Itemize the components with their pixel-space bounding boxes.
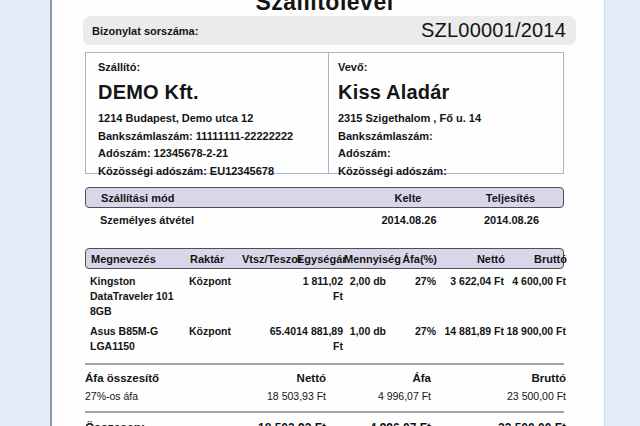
shipping-fulfillment-header: Teljesítés [458, 192, 563, 204]
items-header-row: Megnevezés Raktár Vtsz/Teszor Egységár M… [85, 248, 564, 269]
item-vat: 27% [386, 274, 436, 319]
shipping-mode-value: Személyes átvétel [85, 214, 359, 226]
vat-row-vat: 4 996,07 Ft [326, 390, 431, 402]
vat-summary-label-header: Áfa összesítő [85, 372, 211, 384]
buyer-section: Vevő: Kiss Aladár 2315 Szigethalom , Fő … [329, 53, 563, 173]
shipping-value-row: Személyes átvétel 2014.08.26 2014.08.26 [85, 214, 564, 226]
shipping-header-row: Szállítási mód Kelte Teljesítés [85, 187, 564, 208]
page-title-clip: Szállítólevél [85, 0, 564, 12]
shipping-date-header: Kelte [358, 192, 458, 204]
total-gross: 23 500,00 Ft [431, 421, 566, 426]
item-net: 3 622,04 Ft [436, 274, 504, 319]
document-number-value: SZL00001/2014 [421, 19, 566, 42]
shipping-mode-header: Szállítási mód [86, 192, 358, 204]
vat-summary-gross-header: Bruttó [431, 372, 566, 384]
item-net: 14 881,89 Ft [436, 324, 504, 354]
total-row: Összesen: 18 503,93 Ft 4 996,07 Ft 23 50… [85, 421, 564, 426]
item-quantity: 2,00 db [343, 274, 386, 319]
supplier-address: 1214 Budapest, Demo utca 12 [98, 110, 318, 128]
item-name: Asus B85M-G LGA1150 [85, 324, 189, 354]
supplier-eu-tax-number: Közösségi adószám: EU12345678 [98, 163, 318, 181]
item-gross: 4 600,00 Ft [504, 274, 566, 319]
parties-box: Szállító: DEMO Kft. 1214 Budapest, Demo … [85, 52, 564, 174]
vat-summary-header: Áfa összesítő Nettó Áfa Bruttó [85, 372, 564, 384]
item-unit-price: 14 881,89 Ft [296, 324, 343, 354]
total-divider [85, 411, 564, 413]
item-vtsz [241, 274, 296, 319]
vat-row-net: 18 503,93 Ft [211, 390, 326, 402]
table-row: Asus B85M-G LGA1150 Központ 65.40 14 881… [85, 324, 564, 354]
document-number-bar: Bizonylat sorszáma: SZL00001/2014 [83, 16, 576, 45]
supplier-details: 1214 Budapest, Demo utca 12 Bankszámlasz… [98, 110, 318, 180]
supplier-section: Szállító: DEMO Kft. 1214 Budapest, Demo … [86, 53, 329, 173]
document-page: Szállítólevél Bizonylat sorszáma: SZL000… [50, 0, 605, 426]
page-title: Szállítólevél [85, 0, 564, 12]
supplier-label: Szállító: [98, 61, 318, 73]
item-quantity: 1,00 db [343, 324, 386, 354]
items-header-gross: Bruttó [505, 253, 567, 265]
vat-rate-label: 27%-os áfa [85, 390, 211, 402]
buyer-label: Vevő: [338, 61, 553, 73]
total-vat: 4 996,07 Ft [326, 421, 431, 426]
supplier-name: DEMO Kft. [98, 81, 318, 104]
supplier-tax-number: Adószám: 12345678-2-21 [98, 145, 318, 163]
items-header-vtsz: Vtsz/Teszor [242, 253, 297, 265]
table-row: Kingston DataTraveler 101 8GB Központ 1 … [85, 274, 564, 319]
item-name: Kingston DataTraveler 101 8GB [85, 274, 189, 319]
item-warehouse: Központ [189, 324, 241, 354]
shipping-fulfillment-value: 2014.08.26 [459, 214, 564, 226]
buyer-name: Kiss Aladár [338, 81, 553, 104]
items-header-vat: Áfa(%) [387, 253, 437, 265]
item-warehouse: Központ [189, 274, 241, 319]
item-unit-price: 1 811,02 Ft [296, 274, 343, 319]
buyer-address: 2315 Szigethalom , Fő u. 14 [338, 110, 553, 128]
shipping-date-value: 2014.08.26 [359, 214, 459, 226]
buyer-tax-number: Adószám: [338, 145, 553, 163]
buyer-bank-account: Bankszámlaszám: [338, 128, 553, 146]
items-header-name: Megnevezés [86, 253, 190, 265]
items-header-quantity: Mennyiség [344, 253, 387, 265]
document-number-label: Bizonylat sorszáma: [92, 25, 198, 37]
vat-summary-net-header: Nettó [211, 372, 326, 384]
vat-row-gross: 23 500,00 Ft [431, 390, 566, 402]
items-header-unit-price: Egységár [297, 253, 344, 265]
items-header-grid: Megnevezés Raktár Vtsz/Teszor Egységár M… [86, 253, 563, 265]
supplier-bank-account: Bankszámlaszám: 11111111-22222222 [98, 128, 318, 146]
items-header-warehouse: Raktár [190, 253, 242, 265]
total-net: 18 503,93 Ft [211, 421, 326, 426]
items-header-net: Nettó [437, 253, 505, 265]
buyer-eu-tax-number: Közösségi adószám: [338, 163, 553, 181]
buyer-details: 2315 Szigethalom , Fő u. 14 Bankszámlasz… [338, 110, 553, 180]
item-vtsz: 65.40 [241, 324, 296, 354]
vat-summary-row: 27%-os áfa 18 503,93 Ft 4 996,07 Ft 23 5… [85, 390, 564, 402]
item-vat: 27% [386, 324, 436, 354]
vat-summary-vat-header: Áfa [326, 372, 431, 384]
summary-top-divider [85, 363, 564, 365]
item-gross: 18 900,00 Ft [504, 324, 566, 354]
total-label: Összesen: [85, 421, 211, 426]
